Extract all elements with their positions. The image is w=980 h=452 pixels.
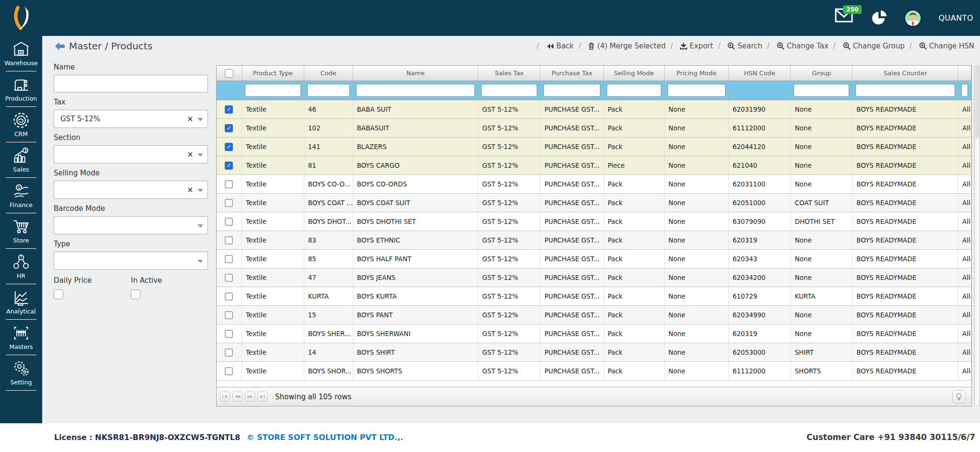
row-checkbox[interactable]: [225, 348, 233, 357]
column-filter-selling_mode[interactable]: [607, 84, 661, 97]
company-link[interactable]: © STORE SOFT SOLUTION PVT LTD.,.: [247, 433, 404, 442]
column-filter-code[interactable]: [307, 84, 350, 97]
hint-button[interactable]: [952, 390, 966, 404]
back-button[interactable]: Back: [532, 42, 574, 50]
change-tax-button[interactable]: Change Tax: [762, 42, 829, 50]
section-select[interactable]: ×: [54, 145, 208, 163]
column-filter-extra[interactable]: [961, 84, 968, 97]
sidebar-item-store[interactable]: Store: [0, 213, 42, 249]
column-header-sales_tax[interactable]: Sales Tax: [478, 66, 541, 81]
pagination-first-button[interactable]: [220, 392, 230, 402]
section-clear-icon[interactable]: ×: [187, 150, 193, 159]
row-checkbox[interactable]: [225, 311, 233, 319]
column-header-selling_mode[interactable]: Selling Mode: [604, 66, 665, 81]
daily-price-checkbox[interactable]: [54, 290, 63, 299]
pagination-last-button[interactable]: [257, 392, 267, 402]
vertical-scrollbar[interactable]: [974, 65, 980, 406]
tax-clear-icon[interactable]: ×: [187, 115, 193, 123]
sidebar-item-sales[interactable]: $ Sales: [0, 142, 42, 178]
pagination-next-button[interactable]: [245, 392, 255, 402]
row-checkbox[interactable]: ✓: [225, 162, 233, 170]
row-checkbox[interactable]: [225, 292, 233, 301]
row-select-cell: [217, 212, 242, 231]
username[interactable]: QUANTO: [938, 13, 973, 23]
back-arrow-icon[interactable]: [55, 42, 65, 51]
name-input[interactable]: [54, 75, 208, 93]
merge-selected-button[interactable]: (4) Merge Selected: [574, 42, 666, 50]
selling-mode-select[interactable]: ×: [54, 181, 208, 199]
column-header-extra[interactable]: [958, 66, 971, 81]
pagination-prev-button[interactable]: [232, 392, 242, 402]
table-row[interactable]: Textile14BOYS SHIRTGST 5-12%PURCHASE GST…: [217, 343, 971, 362]
column-header-pricing_mode[interactable]: Pricing Mode: [665, 66, 729, 81]
row-checkbox[interactable]: ✓: [225, 105, 233, 114]
row-checkbox[interactable]: [225, 274, 233, 282]
sidebar-item-production[interactable]: Production: [0, 71, 42, 107]
select-all-checkbox[interactable]: [225, 69, 233, 78]
table-row[interactable]: TextileBOYS DHOT...BOYS DHOTHI SETGST 5-…: [217, 212, 971, 231]
change-hsn-button[interactable]: Change HSN: [905, 42, 974, 50]
table-row[interactable]: ✓Textile102BABASUITGST 5-12%PURCHASE GST…: [217, 119, 971, 138]
row-checkbox[interactable]: [225, 255, 233, 263]
sidebar-item-analytical[interactable]: Analytical: [0, 284, 42, 320]
cell-hsn_code: 63079090: [729, 212, 791, 231]
sidebar-item-finance[interactable]: $ Finance: [0, 178, 42, 213]
cell-group: None: [791, 268, 853, 287]
sidebar-item-crm[interactable]: CRM: [0, 107, 42, 142]
column-header-hsn_code[interactable]: HSN Code: [729, 66, 791, 81]
table-row[interactable]: ✓Textile141BLAZERSGST 5-12%PURCHASE GST.…: [217, 138, 971, 156]
row-checkbox[interactable]: [225, 330, 233, 338]
row-checkbox[interactable]: ✓: [225, 143, 233, 151]
row-checkbox[interactable]: [225, 236, 233, 244]
barcode-mode-select[interactable]: [54, 216, 208, 234]
column-header-sales_counter[interactable]: Sales Counter: [853, 66, 958, 81]
pie-chart-icon[interactable]: [871, 10, 888, 26]
change-group-button[interactable]: Change Group: [829, 42, 905, 50]
mail-icon[interactable]: 250: [835, 7, 855, 29]
column-filter-purchase_tax[interactable]: [543, 84, 600, 97]
column-header-purchase_tax[interactable]: Purchase Tax: [541, 66, 604, 81]
column-filter-sales_counter[interactable]: [855, 84, 955, 97]
search-button[interactable]: Search: [713, 42, 762, 50]
column-header-group[interactable]: Group: [791, 66, 853, 81]
column-header-sel[interactable]: [217, 66, 242, 81]
scrollbar-thumb[interactable]: [975, 67, 979, 139]
sidebar-item-setting[interactable]: Setting: [0, 355, 42, 391]
table-row[interactable]: ✓Textile81BOYS CARGOGST 5-12%PURCHASE GS…: [217, 156, 971, 175]
table-row[interactable]: Textile83BOYS ETHNICGST 5-12%PURCHASE GS…: [217, 231, 971, 250]
row-checkbox[interactable]: [225, 367, 233, 375]
column-filter-pricing_mode[interactable]: [668, 84, 726, 97]
row-checkbox[interactable]: [225, 218, 233, 226]
table-row[interactable]: TextileKURTABOYS KURTAGST 5-12%PURCHASE …: [217, 287, 971, 306]
tax-select[interactable]: GST 5-12% ×: [54, 110, 208, 128]
sidebar-item-masters[interactable]: Masters: [0, 320, 42, 355]
column-filter-group[interactable]: [794, 84, 849, 97]
change-hsn-icon: [919, 42, 927, 50]
row-checkbox[interactable]: [225, 199, 233, 207]
selling-mode-clear-icon[interactable]: ×: [187, 185, 193, 194]
sidebar-item-warehouse[interactable]: Warehouse: [0, 36, 42, 71]
export-button[interactable]: Export: [666, 42, 713, 50]
table-row[interactable]: Textile15BOYS PANTGST 5-12%PURCHASE GST.…: [217, 306, 971, 325]
table-row[interactable]: Textile47BOYS JEANSGST 5-12%PURCHASE GST…: [217, 268, 971, 287]
column-filter-sales_tax[interactable]: [481, 84, 537, 97]
column-header-code[interactable]: Code: [304, 66, 353, 81]
column-header-product_type[interactable]: Product Type: [242, 66, 304, 81]
table-row[interactable]: TextileBOYS COAT ...BOYS COAT SUITGST 5-…: [217, 194, 971, 212]
column-filter-product_type[interactable]: [245, 84, 301, 97]
table-row[interactable]: TextileBOYS SHER...BOYS SHERWANIGST 5-12…: [217, 325, 971, 343]
column-filter-name[interactable]: [356, 84, 475, 97]
row-checkbox[interactable]: ✓: [225, 124, 233, 132]
table-row[interactable]: Textile85BOYS HALF PANTGST 5-12%PURCHASE…: [217, 250, 971, 268]
column-header-name[interactable]: Name: [353, 66, 479, 81]
type-select[interactable]: [54, 252, 208, 270]
table-row[interactable]: ✓Textile46BABA SUITGST 5-12%PURCHASE GST…: [217, 100, 971, 119]
sidebar-item-hr[interactable]: HR: [0, 249, 42, 284]
table-row[interactable]: TextileBOYS SHOR...BOYS SHORTSGST 5-12%P…: [217, 362, 971, 381]
in-active-checkbox[interactable]: [131, 290, 140, 299]
row-checkbox[interactable]: [225, 180, 233, 188]
cell-sales_tax: GST 5-12%: [478, 362, 541, 380]
table-row[interactable]: TextileBOYS CO-O...BOYS CO-ORDSGST 5-12%…: [217, 175, 971, 194]
user-avatar[interactable]: [904, 9, 922, 27]
cell-product_type: Textile: [242, 325, 304, 343]
